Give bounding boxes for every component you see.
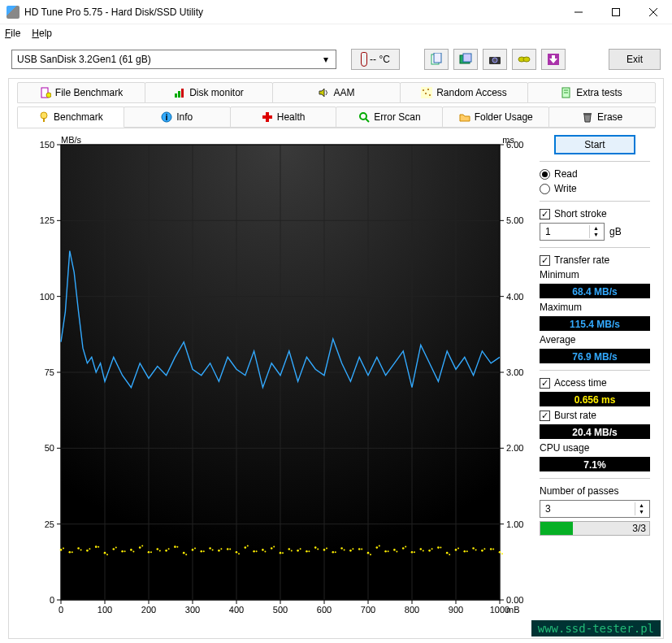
svg-point-194 <box>431 548 433 550</box>
svg-text:25: 25 <box>45 519 54 529</box>
short-stroke-input[interactable]: 1▲▼ <box>540 223 605 241</box>
svg-point-135 <box>174 545 176 548</box>
read-radio[interactable] <box>540 169 550 180</box>
svg-point-150 <box>238 553 240 554</box>
access-time-check[interactable] <box>540 378 550 389</box>
tab-benchmark[interactable]: Benchmark <box>17 106 124 128</box>
svg-point-200 <box>457 547 459 549</box>
short-stroke-check[interactable] <box>540 209 550 219</box>
title-bar: HD Tune Pro 5.75 - Hard Disk/SSD Utility <box>0 0 672 24</box>
svg-point-120 <box>106 554 108 555</box>
spinner-arrows[interactable]: ▲▼ <box>635 502 648 515</box>
tab-erase[interactable]: Erase <box>548 106 656 128</box>
svg-point-185 <box>393 549 396 551</box>
svg-rect-15 <box>175 93 177 98</box>
maximum-value: 115.4 MB/s <box>540 316 650 331</box>
tab-random-access[interactable]: Random Access <box>400 82 528 103</box>
svg-point-208 <box>492 548 494 550</box>
screenshot-button[interactable] <box>483 49 507 70</box>
thermometer-icon <box>361 52 367 67</box>
svg-rect-18 <box>421 87 432 98</box>
exit-button[interactable]: Exit <box>609 49 661 70</box>
svg-text:75: 75 <box>45 367 54 377</box>
svg-text:1.00: 1.00 <box>506 519 523 529</box>
transfer-rate-check[interactable] <box>540 255 550 266</box>
svg-point-180 <box>370 554 371 555</box>
svg-point-161 <box>288 548 291 550</box>
tab-file-benchmark[interactable]: File Benchmark <box>17 82 145 103</box>
burst-rate-value: 20.4 MB/s <box>540 424 650 439</box>
drive-select[interactable]: USB SanDisk 3.2Gen1 (61 gB) ▾ <box>11 50 336 69</box>
svg-point-9 <box>492 58 497 63</box>
main-panel: File Benchmark Disk monitor AAM Random A… <box>8 78 664 639</box>
svg-point-155 <box>262 549 264 551</box>
tab-aam[interactable]: AAM <box>272 82 401 103</box>
menu-bar: File Help <box>0 24 672 42</box>
svg-point-166 <box>308 550 310 552</box>
svg-text:i: i <box>166 112 168 122</box>
svg-point-119 <box>104 552 106 554</box>
svg-text:ms: ms <box>502 135 514 145</box>
svg-rect-16 <box>178 91 180 98</box>
svg-point-171 <box>332 551 335 554</box>
start-button[interactable]: Start <box>554 135 635 154</box>
svg-text:100: 100 <box>40 292 54 302</box>
svg-point-174 <box>344 550 345 551</box>
svg-text:3.00: 3.00 <box>506 367 523 377</box>
menu-help[interactable]: Help <box>32 28 52 39</box>
minimize-button[interactable] <box>560 0 597 24</box>
svg-point-127 <box>139 546 141 549</box>
tab-extra-tests[interactable]: Extra tests <box>527 82 656 103</box>
svg-point-189 <box>411 551 414 554</box>
svg-point-187 <box>402 547 405 550</box>
svg-rect-34 <box>583 113 592 115</box>
options-button[interactable] <box>512 49 536 70</box>
svg-text:300: 300 <box>185 605 200 615</box>
close-button[interactable] <box>635 0 672 24</box>
svg-point-110 <box>63 547 64 549</box>
copy-info-button[interactable] <box>424 49 449 70</box>
svg-point-168 <box>317 549 319 550</box>
svg-point-149 <box>236 551 238 554</box>
maximize-button[interactable] <box>597 0 635 24</box>
minimum-label: Minimum <box>540 269 650 280</box>
copy-screenshot-button[interactable] <box>453 49 478 70</box>
svg-point-122 <box>115 546 117 548</box>
svg-point-19 <box>423 89 424 91</box>
svg-text:500: 500 <box>273 605 288 615</box>
svg-text:0: 0 <box>50 595 54 605</box>
spinner-arrows[interactable]: ▲▼ <box>589 225 602 238</box>
svg-point-136 <box>176 546 178 548</box>
svg-text:2.00: 2.00 <box>506 443 523 453</box>
save-button[interactable] <box>541 49 566 70</box>
svg-point-170 <box>326 547 327 549</box>
svg-point-112 <box>72 551 73 553</box>
svg-point-148 <box>229 548 231 550</box>
svg-point-206 <box>483 548 485 550</box>
svg-point-117 <box>95 545 98 548</box>
tab-disk-monitor[interactable]: Disk monitor <box>145 82 273 103</box>
svg-point-202 <box>466 550 468 552</box>
temperature-display[interactable]: -- °C <box>351 49 400 70</box>
svg-point-142 <box>203 550 205 552</box>
menu-file[interactable]: File <box>5 28 20 39</box>
tab-error-scan[interactable]: Error Scan <box>336 106 443 128</box>
svg-point-181 <box>376 546 379 549</box>
svg-point-20 <box>427 89 429 90</box>
burst-rate-check[interactable] <box>540 411 550 421</box>
passes-input[interactable]: 3▲▼ <box>540 500 650 518</box>
svg-point-186 <box>396 550 397 552</box>
svg-point-125 <box>130 549 132 551</box>
read-label: Read <box>554 168 578 180</box>
window-title: HD Tune Pro 5.75 - Hard Disk/SSD Utility <box>24 7 560 18</box>
svg-text:0: 0 <box>59 605 63 615</box>
svg-point-140 <box>194 547 196 549</box>
tab-info[interactable]: iInfo <box>124 106 231 128</box>
svg-point-129 <box>148 551 150 554</box>
write-radio[interactable] <box>540 184 550 194</box>
tab-health[interactable]: Health <box>230 106 337 128</box>
svg-point-156 <box>264 550 266 552</box>
svg-point-147 <box>227 548 229 550</box>
tab-folder-usage[interactable]: Folder Usage <box>442 106 549 128</box>
svg-point-163 <box>297 550 299 552</box>
